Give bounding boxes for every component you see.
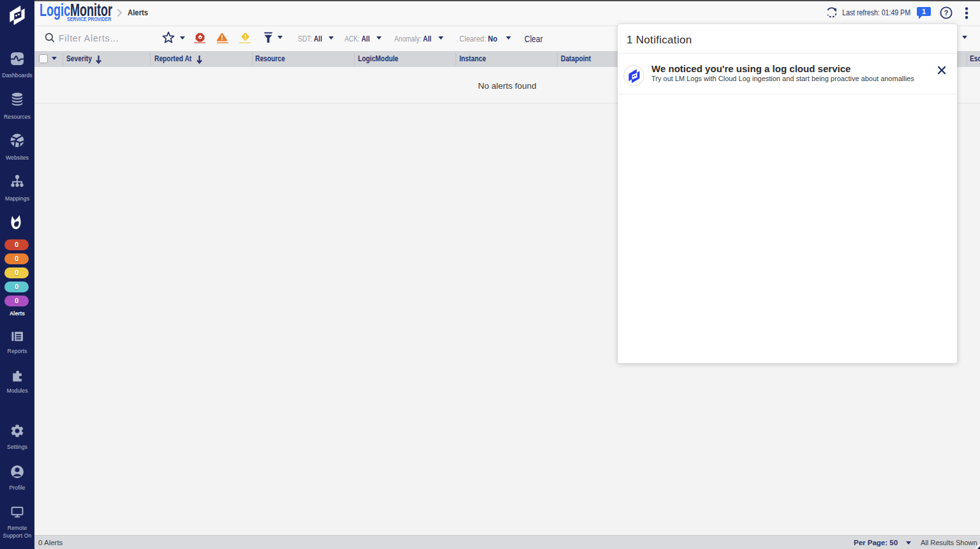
svg-text:?: ? bbox=[944, 9, 949, 17]
svg-text:1: 1 bbox=[922, 8, 926, 15]
